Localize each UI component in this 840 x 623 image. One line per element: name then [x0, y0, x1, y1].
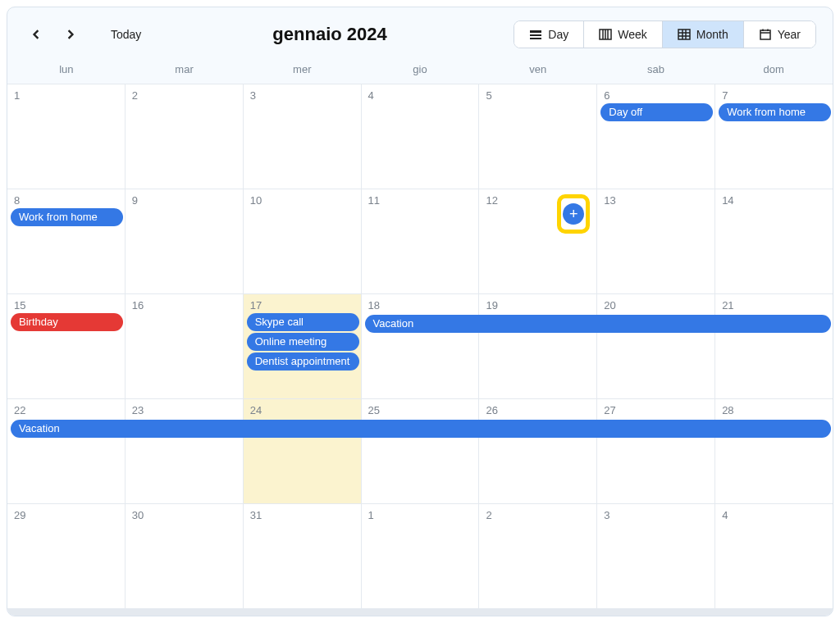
view-day-label: Day — [548, 28, 568, 41]
weekday-label: ven — [479, 63, 597, 75]
toolbar: Today gennaio 2024 Day Week Month Year — [7, 7, 833, 58]
day-cell[interactable]: 21 — [715, 294, 833, 398]
day-number: 4 — [362, 88, 479, 102]
view-switch: Day Week Month Year — [514, 20, 816, 48]
day-cell[interactable]: 22Vacation — [7, 399, 125, 503]
events-layer: Work from home — [715, 103, 833, 121]
day-cell[interactable]: 24 — [244, 399, 361, 503]
view-year-label: Year — [778, 28, 801, 41]
day-cell[interactable]: 11 — [362, 189, 479, 293]
day-cell[interactable]: 30 — [126, 504, 243, 608]
day-number: 30 — [126, 507, 243, 521]
svg-rect-2 — [530, 38, 541, 39]
day-number: 5 — [479, 88, 596, 102]
day-number: 2 — [479, 507, 596, 521]
event-pill[interactable]: Birthday — [11, 313, 123, 331]
day-cell[interactable]: 23 — [126, 399, 243, 503]
day-number: 10 — [244, 193, 361, 207]
day-cell[interactable]: 26 — [479, 399, 596, 503]
day-cell[interactable]: 13 — [597, 189, 714, 293]
day-cell[interactable]: 6Day off — [597, 84, 714, 189]
day-cell[interactable]: 3 — [244, 84, 361, 189]
weekday-label: dom — [714, 63, 833, 75]
event-pill[interactable]: Online meeting — [247, 333, 359, 351]
add-event-button[interactable]: + — [557, 194, 590, 234]
day-cell[interactable]: 12+ — [479, 189, 596, 293]
view-week-button[interactable]: Week — [583, 21, 662, 48]
day-cell[interactable]: 18Vacation — [362, 294, 479, 398]
day-cell[interactable]: 14 — [715, 189, 833, 293]
day-number: 1 — [362, 507, 479, 521]
view-year-button[interactable]: Year — [743, 21, 815, 48]
day-number: 27 — [597, 402, 714, 416]
svg-rect-1 — [530, 34, 541, 36]
day-cell[interactable]: 28 — [715, 399, 833, 503]
day-number: 7 — [715, 88, 833, 102]
day-cell[interactable]: 1 — [362, 504, 479, 608]
day-cell[interactable]: 17Skype callOnline meetingDentist appoin… — [244, 294, 361, 398]
event-pill[interactable]: Vacation — [11, 420, 831, 438]
day-cell[interactable]: 9 — [126, 189, 243, 293]
day-cell[interactable]: 4 — [362, 84, 479, 189]
day-cell[interactable]: 16 — [126, 294, 243, 398]
day-cell[interactable]: 10 — [244, 189, 361, 293]
day-number: 6 — [597, 88, 714, 102]
event-pill[interactable]: Vacation — [365, 315, 831, 333]
day-number: 11 — [362, 193, 479, 207]
day-cell[interactable]: 25 — [362, 399, 479, 503]
day-number: 19 — [479, 298, 596, 312]
day-cell[interactable]: 29 — [7, 504, 125, 608]
month-grid: 123456Day off7Work from home8Work from h… — [7, 84, 833, 616]
event-pill[interactable]: Work from home — [11, 208, 123, 226]
view-month-button[interactable]: Month — [662, 21, 743, 48]
day-number: 18 — [362, 298, 479, 312]
day-cell[interactable]: 5 — [479, 84, 596, 189]
event-pill[interactable]: Dentist appointment — [247, 352, 359, 371]
plus-icon: + — [563, 203, 584, 225]
day-number: 29 — [7, 507, 125, 521]
day-cell[interactable]: 15Birthday — [7, 294, 125, 398]
view-day-button[interactable]: Day — [514, 21, 583, 48]
day-cell[interactable]: 31 — [244, 504, 361, 608]
day-cell[interactable]: 2 — [479, 504, 596, 608]
day-cell[interactable]: 4 — [715, 504, 833, 608]
day-number: 21 — [715, 298, 833, 312]
day-number: 28 — [715, 402, 833, 416]
day-number: 4 — [715, 507, 833, 521]
weekday-label: mar — [126, 63, 244, 75]
events-layer: Vacation — [362, 313, 479, 331]
day-number: 3 — [597, 507, 714, 521]
event-pill[interactable]: Work from home — [719, 103, 831, 121]
view-week-label: Week — [618, 28, 647, 41]
weekday-label: mer — [243, 63, 361, 75]
today-button[interactable]: Today — [103, 23, 149, 46]
day-cell[interactable]: 19 — [479, 294, 596, 398]
day-cell[interactable]: 8Work from home — [7, 189, 125, 293]
day-number: 26 — [479, 402, 596, 416]
day-number: 14 — [715, 193, 833, 207]
events-layer: Work from home — [7, 208, 125, 226]
day-number: 2 — [126, 88, 243, 102]
day-number: 20 — [597, 298, 714, 312]
day-number: 22 — [7, 402, 125, 416]
weekday-label: lun — [7, 63, 126, 75]
day-cell[interactable]: 7Work from home — [715, 84, 833, 189]
event-pill[interactable]: Skype call — [247, 313, 359, 331]
day-cell[interactable]: 27 — [597, 399, 714, 503]
day-number: 16 — [126, 298, 243, 312]
day-number: 13 — [597, 193, 714, 207]
month-icon — [678, 28, 691, 41]
weekday-label: sab — [597, 63, 715, 75]
day-cell[interactable]: 1 — [7, 84, 125, 189]
page-title: gennaio 2024 — [272, 24, 514, 45]
weekday-header: lun mar mer gio ven sab dom — [7, 58, 833, 84]
day-number: 31 — [244, 507, 361, 521]
chevron-left-icon — [31, 30, 41, 39]
event-pill[interactable]: Day off — [600, 103, 713, 121]
day-cell[interactable]: 3 — [597, 504, 714, 608]
view-month-label: Month — [696, 28, 728, 41]
next-button[interactable] — [58, 22, 83, 47]
day-cell[interactable]: 2 — [126, 84, 243, 189]
day-cell[interactable]: 20 — [597, 294, 714, 398]
prev-button[interactable] — [24, 22, 48, 47]
